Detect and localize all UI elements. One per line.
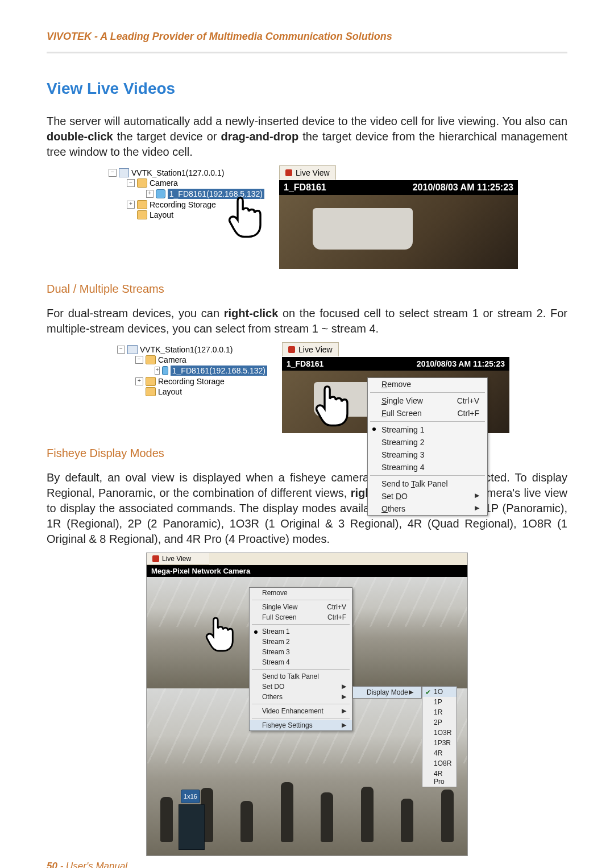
expand-icon[interactable]: + — [146, 190, 154, 198]
collapse-icon[interactable]: − — [135, 356, 143, 364]
menu-remove[interactable]: RRemoveemove — [368, 378, 487, 391]
station-icon — [119, 168, 129, 177]
cell-name: 1_FD8161 — [287, 359, 323, 368]
menu-stream-1[interactable]: Streaming 1 — [368, 423, 487, 436]
mode-1r[interactable]: 1R — [422, 707, 457, 717]
text: For dual-stream devices, you can — [47, 307, 224, 319]
subheading-streams: Dual / Multiple Streams — [47, 283, 567, 296]
device-tree[interactable]: −VVTK_Station1(127.0.0.1) −Camera +1_FD8… — [105, 342, 271, 399]
menu-stream-4[interactable]: Stream 4 — [250, 657, 352, 667]
live-view-header: 1_FD8161 2010/08/03 AM 11:25:23 — [279, 180, 518, 195]
figure-context-menu: −VVTK_Station1(127.0.0.1) −Camera +1_FD8… — [47, 342, 567, 433]
mode-1o3r[interactable]: 1O3R — [422, 728, 457, 738]
folder-icon — [137, 178, 147, 188]
hand-cursor-icon — [227, 194, 267, 239]
menu-stream-2[interactable]: Streaming 2 — [368, 436, 487, 448]
tree-camera-folder: Camera — [150, 178, 178, 188]
shortcut: Ctrl+V — [457, 396, 479, 405]
live-view-tab[interactable]: Live View — [282, 342, 339, 356]
mode-1o[interactable]: ✔1O — [422, 687, 457, 697]
submenu-display-mode[interactable]: Display Mode▶ — [352, 686, 422, 699]
separator — [252, 718, 350, 719]
mode-1p[interactable]: 1P — [422, 697, 457, 707]
menu-fisheye-settings[interactable]: Fisheye Settings▶ — [250, 720, 352, 730]
separator — [252, 704, 350, 704]
submenu-arrow-icon: ▶ — [409, 688, 413, 696]
folder-icon — [146, 387, 156, 396]
mode-4r[interactable]: 4R — [422, 748, 457, 758]
layout-palette[interactable] — [179, 804, 205, 850]
menu-full-screen[interactable]: Full ScreenCtrl+F — [250, 612, 352, 622]
menu-stream-3[interactable]: Streaming 3 — [368, 448, 487, 461]
menu-stream-4[interactable]: Streaming 4 — [368, 461, 487, 474]
expand-icon[interactable]: + — [127, 201, 135, 209]
separator — [370, 475, 485, 476]
menu-single-view[interactable]: Single ViewCtrl+V — [250, 602, 352, 612]
expand-icon[interactable]: + — [135, 377, 143, 385]
text-bold: double-click — [47, 130, 113, 143]
submenu-arrow-icon: ▶ — [475, 492, 479, 501]
expand-icon[interactable]: + — [155, 367, 160, 375]
submenu-modes[interactable]: ✔1O 1P 1R 2P 1O3R 1P3R 4R 1O8R 4R Pro — [422, 686, 457, 787]
tab-label: Live View — [162, 555, 191, 563]
collapse-icon[interactable]: − — [109, 169, 117, 177]
menu-stream-2[interactable]: Stream 2 — [250, 637, 352, 647]
footer-label: User's Manual — [66, 861, 127, 868]
mode-2p[interactable]: 2P — [422, 717, 457, 728]
menu-talk-panel[interactable]: Send to Talk Panel — [368, 477, 487, 490]
subheading-fisheye: Fisheye Display Modes — [47, 447, 567, 460]
submenu-arrow-icon: ▶ — [342, 693, 346, 701]
video-cell[interactable] — [279, 195, 518, 269]
tree-station: VVTK_Station1(127.0.0.1) — [131, 168, 224, 177]
menu-single-view[interactable]: Single ViewCtrl+V — [368, 394, 487, 407]
tree-recording: Recording Storage — [150, 200, 216, 209]
header-rule — [47, 52, 567, 53]
menu-full-screen[interactable]: Full ScreenCtrl+F — [368, 407, 487, 420]
separator — [370, 421, 485, 422]
menu-display-mode[interactable]: Display Mode▶ — [353, 687, 421, 698]
camera-title: Mega-Pixel Network Camera — [147, 565, 467, 577]
submenu-arrow-icon: ▶ — [342, 721, 346, 729]
menu-remove[interactable]: Remove — [250, 588, 352, 598]
layout-button[interactable]: 1x16 — [181, 790, 200, 803]
shortcut: Ctrl+F — [327, 613, 346, 621]
camera-icon — [162, 366, 168, 375]
tree-camera-item[interactable]: 1_FD8161(192.168.5.132) — [171, 366, 267, 376]
submenu-arrow-icon: ▶ — [475, 504, 479, 513]
page-number: 50 — [47, 861, 57, 868]
video-cell[interactable]: Remove Single ViewCtrl+V Full ScreenCtrl… — [147, 577, 467, 855]
live-view-tab[interactable]: Live View — [279, 165, 336, 180]
camera-icon — [156, 189, 165, 198]
record-icon — [288, 346, 295, 353]
shortcut: Ctrl+V — [327, 603, 346, 611]
live-view-panel[interactable]: Live View 1_FD8161 2010/08/03 AM 11:25:2… — [279, 180, 518, 269]
menu-stream-1[interactable]: Stream 1 — [250, 626, 352, 637]
page-header: VIVOTEK - A Leading Provider of Multimed… — [47, 31, 567, 49]
live-view-header: 1_FD8161 2010/08/03 AM 11:25:23 — [282, 357, 509, 371]
text-bold: drag-and-drop — [221, 130, 298, 143]
tab-label: Live View — [298, 345, 333, 354]
tree-recording: Recording Storage — [158, 377, 225, 386]
folder-icon — [137, 200, 147, 209]
tree-camera-folder: Camera — [158, 355, 186, 364]
mode-4rpro[interactable]: 4R Pro — [422, 769, 457, 787]
context-menu[interactable]: RRemoveemove Single ViewCtrl+V Full Scre… — [367, 377, 488, 516]
mode-1o8r[interactable]: 1O8R — [422, 758, 457, 769]
mode-1p3r[interactable]: 1P3R — [422, 738, 457, 748]
collapse-icon[interactable]: − — [127, 179, 135, 187]
menu-stream-3[interactable]: Stream 3 — [250, 647, 352, 657]
context-menu[interactable]: Remove Single ViewCtrl+V Full ScreenCtrl… — [249, 587, 352, 731]
shortcut: Ctrl+F — [458, 409, 480, 418]
menu-set-do[interactable]: Set DO▶ — [368, 490, 487, 502]
intro-paragraph: The server will automatically add a newl… — [47, 114, 567, 160]
selected-bullet-icon — [372, 427, 376, 431]
folder-icon — [146, 377, 156, 386]
menu-set-do[interactable]: Set DO▶ — [250, 682, 352, 692]
collapse-icon[interactable]: − — [117, 346, 125, 354]
menu-video-enhancement[interactable]: Video Enhancement▶ — [250, 706, 352, 716]
live-view-tab[interactable]: Live View — [147, 553, 209, 565]
menu-talk-panel[interactable]: Send to Talk Panel — [250, 671, 352, 682]
menu-others[interactable]: Others▶ — [368, 502, 487, 515]
menu-others[interactable]: Others▶ — [250, 692, 352, 702]
folder-icon — [137, 210, 147, 219]
